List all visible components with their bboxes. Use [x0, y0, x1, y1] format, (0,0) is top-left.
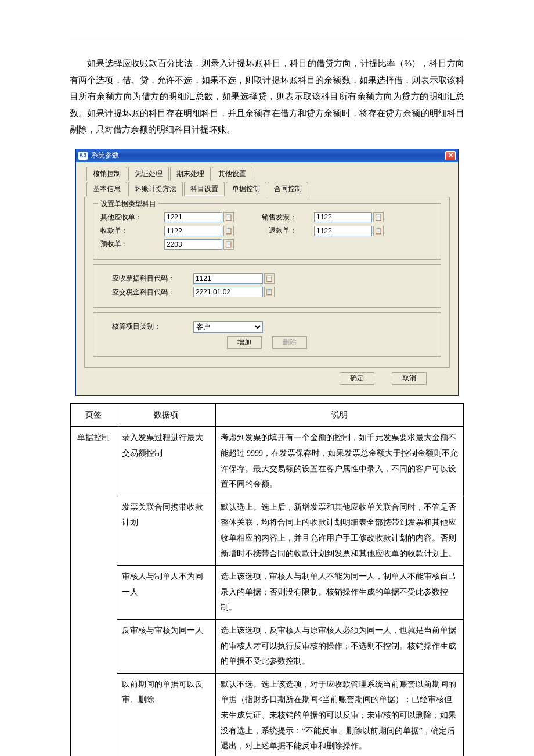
table-row: 反审核与审核为同一人 选上该选项，反审核人与原审核人必须为同一人，也就是当前单据… [70, 619, 464, 673]
tab-cell: 单据控制 [70, 427, 117, 756]
sales-invoice-label: 销售发票： [251, 212, 297, 223]
lookup-icon[interactable]: 📋 [373, 212, 384, 222]
group-legend: 设置单据类型科目 [98, 199, 158, 210]
category-group: 核算项目类别： 客户 增加 删除 [93, 312, 441, 357]
subtab-baddebt[interactable]: 坏账计提方法 [128, 182, 183, 196]
tab-periodend[interactable]: 期末处理 [170, 167, 211, 181]
receipt-label: 收款单： [100, 225, 164, 236]
advance-input[interactable] [164, 239, 222, 250]
desc-cell: 默认不选。选上该选项，对于应收款管理系统当前账套以前期间的单据（指财务日期所在期… [215, 673, 464, 756]
main-tabs: 核销控制 凭证处理 期末处理 其他设置 [86, 167, 450, 181]
table-row: 以前期间的单据可以反审、删除 默认不选。选上该选项，对于应收款管理系统当前账套以… [70, 673, 464, 756]
tab-writeoff-ctrl[interactable]: 核销控制 [86, 167, 127, 181]
other-receivable-input[interactable] [164, 212, 222, 222]
add-button[interactable]: 增加 [227, 336, 262, 349]
ar-acct-input[interactable] [193, 273, 263, 284]
params-description-table: 页签 数据项 说明 单据控制 录入发票过程进行最大交易额控制 考虑到发票的填开有… [70, 403, 464, 756]
dialog-titlebar[interactable]: K3 系统参数 ✕ [76, 149, 458, 162]
ok-button[interactable]: 确定 [340, 372, 374, 385]
item-cell: 发票关联合同携带收款计划 [117, 496, 215, 565]
intro-paragraph: 如果选择应收账款百分比法，则录入计提坏账科目，科目的借贷方向，计提比率（%），科… [70, 55, 464, 138]
subtab-billctrl[interactable]: 单据控制 [226, 182, 266, 196]
lookup-icon[interactable]: 📋 [223, 212, 234, 222]
tab-other[interactable]: 其他设置 [212, 167, 252, 181]
refund-input[interactable] [314, 226, 372, 236]
table-row: 审核人与制单人不为同一人 选上该选项，审核人与制单人不能为同一人，制单人不能审核… [70, 566, 464, 620]
desc-cell: 选上该选项，审核人与制单人不能为同一人，制单人不能审核自己录入的单据；否则没有限… [215, 566, 464, 620]
system-params-dialog: K3 系统参数 ✕ 核销控制 凭证处理 期末处理 其他设置 基本信息 坏账计提方… [75, 149, 459, 396]
subtab-panel: 设置单据类型科目 其他应收单： 📋 销售发票： 📋 收款单： 📋 退款单： [84, 197, 450, 368]
item-cell: 录入发票过程进行最大交易额控制 [117, 427, 215, 496]
category-select[interactable]: 客户 [193, 321, 263, 333]
account-codes-group: 应收票据科目代码： 📋 应交税金科目代码： 📋 [93, 264, 441, 307]
th-item: 数据项 [117, 404, 215, 427]
subtab-basic[interactable]: 基本信息 [86, 182, 127, 196]
th-desc: 说明 [215, 404, 464, 427]
desc-cell: 选上该选项，反审核人与原审核人必须为同一人，也就是当前单据的审核人才可以执行反审… [215, 619, 464, 673]
lookup-icon[interactable]: 📋 [223, 226, 234, 236]
doc-divider [70, 41, 464, 41]
lookup-icon[interactable]: 📋 [264, 287, 275, 297]
refund-label: 退款单： [251, 225, 297, 236]
item-cell: 反审核与审核为同一人 [117, 619, 215, 673]
close-icon[interactable]: ✕ [445, 151, 456, 160]
sales-invoice-input[interactable] [314, 212, 372, 222]
app-icon: K3 [78, 152, 88, 160]
dialog-title: 系统参数 [91, 150, 445, 161]
th-tab: 页签 [70, 404, 117, 427]
tax-acct-input[interactable] [193, 287, 263, 297]
other-receivable-label: 其他应收单： [100, 212, 164, 223]
category-label: 核算项目类别： [112, 321, 193, 332]
ar-acct-label: 应收票据科目代码： [112, 273, 193, 284]
lookup-icon[interactable]: 📋 [373, 226, 384, 236]
subtab-contract[interactable]: 合同控制 [268, 182, 308, 196]
advance-label: 预收单： [100, 239, 164, 250]
table-row: 发票关联合同携带收款计划 默认选上。选上后，新增发票和其他应收单关联合同时，不管… [70, 496, 464, 565]
table-row: 单据控制 录入发票过程进行最大交易额控制 考虑到发票的填开有一个金额的控制，如千… [70, 427, 464, 496]
bill-type-accounts-group: 设置单据类型科目 其他应收单： 📋 销售发票： 📋 收款单： 📋 退款单： [93, 203, 441, 260]
tax-acct-label: 应交税金科目代码： [112, 287, 193, 298]
lookup-icon[interactable]: 📋 [264, 273, 275, 284]
item-cell: 以前期间的单据可以反审、删除 [117, 673, 215, 756]
lookup-icon[interactable]: 📋 [223, 239, 234, 250]
sub-tabs: 基本信息 坏账计提方法 科目设置 单据控制 合同控制 [86, 182, 450, 196]
intro-text: 如果选择应收账款百分比法，则录入计提坏账科目，科目的借贷方向，计提比率（%），科… [70, 59, 464, 134]
cancel-button[interactable]: 取消 [392, 372, 427, 385]
desc-cell: 默认选上。选上后，新增发票和其他应收单关联合同时，不管是否整体关联，均将合同上的… [215, 496, 464, 565]
subtab-accounts[interactable]: 科目设置 [184, 182, 225, 196]
receipt-input[interactable] [164, 226, 222, 236]
desc-cell: 考虑到发票的填开有一个金额的控制，如千元发票要求最大金额不能超过 9999，在发… [215, 427, 464, 496]
item-cell: 审核人与制单人不为同一人 [117, 566, 215, 620]
tab-voucher[interactable]: 凭证处理 [128, 167, 169, 181]
delete-button[interactable]: 删除 [272, 336, 307, 349]
